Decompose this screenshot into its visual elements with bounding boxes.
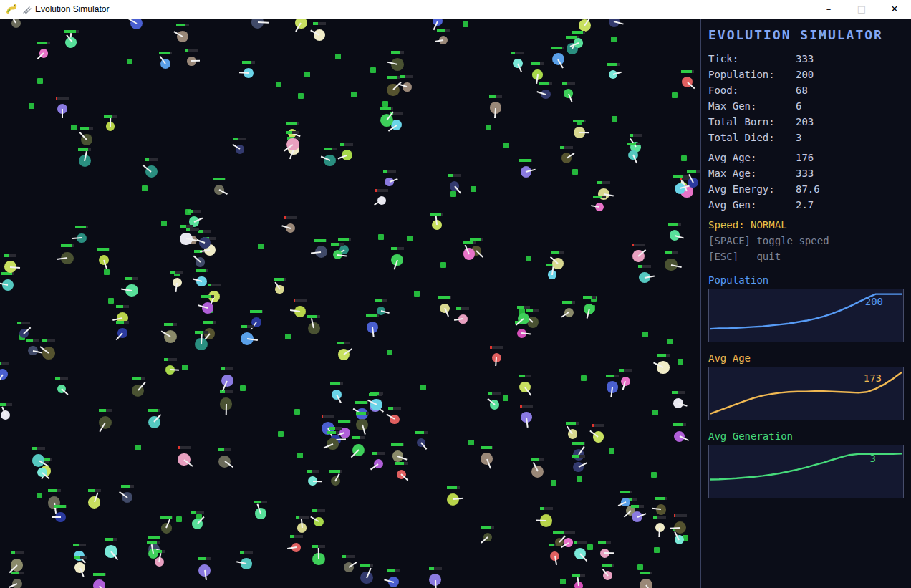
maximize-button[interactable]: □	[845, 0, 878, 19]
creature-energy-fill	[489, 95, 496, 98]
creature-energy-fill	[553, 531, 564, 534]
creature-energy-bar	[160, 516, 173, 519]
creature-energy-bar	[48, 489, 61, 492]
creature-energy-fill	[665, 251, 672, 254]
creature-energy-bar	[274, 278, 286, 281]
app-window: Evolution Simulator – □ ✕ EVOLUTION SIMU…	[0, 0, 911, 588]
pygame-snake-icon	[6, 4, 17, 15]
creature-energy-fill	[539, 82, 549, 85]
creature-energy-fill	[185, 49, 188, 52]
creature-direction-line	[312, 481, 321, 482]
stat-row: Tick:333	[708, 51, 904, 67]
creature-energy-fill	[180, 225, 186, 228]
food-item	[440, 262, 446, 268]
creature-energy-fill	[448, 174, 453, 177]
creature-energy-bar	[356, 412, 369, 415]
minimize-button[interactable]: –	[812, 0, 845, 19]
creature-energy-bar	[388, 407, 401, 410]
creature-energy-bar	[296, 516, 309, 519]
creature-energy-fill	[313, 22, 318, 25]
creature-direction-line	[535, 519, 546, 521]
food-item	[351, 92, 357, 97]
creature-energy-bar	[391, 51, 404, 54]
food-item	[652, 410, 658, 415]
creature-energy-bar	[562, 301, 575, 304]
simulation-viewport[interactable]	[0, 19, 700, 588]
creature-energy-bar	[632, 244, 645, 246]
creature-energy-bar	[178, 446, 191, 449]
creature-energy-fill	[540, 507, 544, 510]
food-item	[258, 244, 264, 249]
creature-energy-bar	[241, 325, 254, 328]
creature-energy-fill	[78, 148, 87, 151]
creature-energy-bar	[4, 254, 16, 257]
creature-energy-fill	[383, 170, 387, 173]
creature-energy-fill	[0, 403, 6, 406]
creature-body	[308, 322, 320, 334]
creature-energy-bar	[327, 431, 339, 434]
creature-energy-fill	[352, 436, 360, 439]
creature-energy-bar	[220, 390, 233, 393]
creature-energy-fill	[284, 216, 286, 219]
creature-energy-fill	[55, 377, 59, 380]
creature-energy-fill	[80, 127, 88, 130]
creature-energy-bar	[340, 143, 353, 146]
creature-energy-bar	[489, 95, 502, 98]
food-item	[572, 169, 578, 175]
food-item	[387, 350, 392, 355]
food-item	[37, 78, 43, 84]
creature-body	[251, 19, 264, 29]
creature-energy-bar	[11, 551, 24, 554]
creature-energy-fill	[592, 424, 593, 427]
app-body: EVOLUTION SIMULATOR Tick:333Population:2…	[0, 19, 911, 588]
creature-energy-bar	[312, 545, 325, 548]
creature-direction-line	[579, 132, 589, 133]
creature-energy-fill	[17, 322, 21, 324]
stat-value: 68	[796, 82, 904, 98]
stat-row: Avg Age:176	[708, 150, 904, 165]
creature-energy-bar	[329, 427, 342, 430]
creature-energy-fill	[572, 442, 584, 445]
creature-energy-fill	[391, 247, 397, 250]
creature-energy-fill	[429, 567, 434, 570]
creature-energy-bar	[673, 423, 686, 426]
creature-energy-fill	[674, 514, 676, 517]
creature-energy-bar	[572, 442, 585, 445]
creature-energy-bar	[657, 354, 670, 357]
creature-energy-bar	[55, 377, 68, 380]
creature-energy-bar	[88, 489, 101, 492]
food-item	[298, 93, 304, 99]
creature-energy-bar	[531, 458, 544, 461]
stat-row: Max Gen:6	[708, 98, 904, 114]
creature-energy-bar	[78, 148, 91, 151]
creature-energy-bar	[387, 76, 400, 79]
food-item	[378, 234, 384, 240]
stat-row: Food:68	[708, 82, 904, 98]
food-item	[651, 472, 657, 478]
creature-energy-fill	[366, 314, 377, 317]
creature-energy-fill	[531, 458, 539, 461]
creature-energy-fill	[583, 296, 592, 299]
creature-energy-fill	[196, 269, 206, 272]
creature-energy-bar	[574, 541, 587, 544]
keybind-esc: [ESC] quit	[708, 249, 904, 264]
stat-value: 2.7	[796, 197, 904, 213]
creature-energy-fill	[519, 375, 525, 377]
creature-energy-fill	[121, 485, 130, 488]
food-item	[450, 191, 456, 197]
creature-energy-fill	[438, 296, 450, 299]
creature-energy-bar	[104, 115, 117, 118]
food-item	[577, 476, 582, 482]
creature-energy-fill	[687, 170, 696, 173]
creature-energy-fill	[218, 448, 224, 451]
creature-energy-fill	[387, 569, 395, 572]
creature-energy-fill	[456, 307, 461, 310]
creature-energy-fill	[104, 115, 112, 118]
creature-energy-fill	[11, 572, 19, 574]
creature-energy-bar	[186, 228, 199, 231]
creature-energy-fill	[338, 238, 349, 241]
food-item	[297, 453, 303, 458]
creature-energy-bar	[56, 97, 69, 100]
creature-energy-fill	[337, 342, 344, 344]
close-button[interactable]: ✕	[878, 0, 911, 19]
